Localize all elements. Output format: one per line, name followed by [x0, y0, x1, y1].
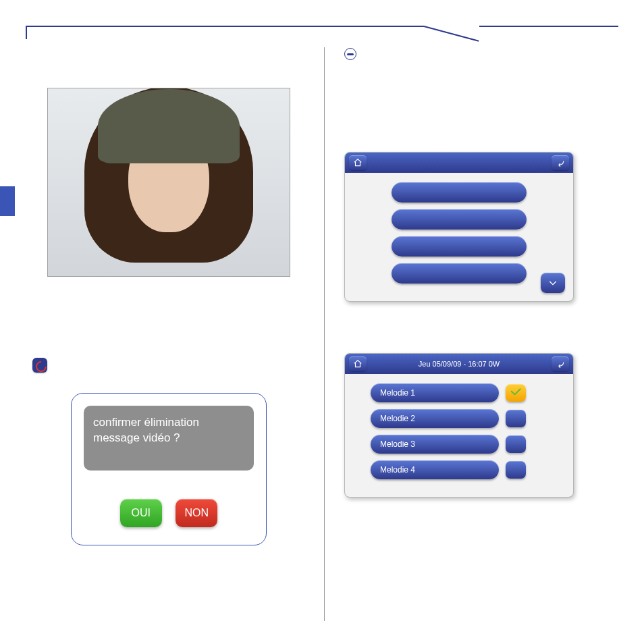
melody-2-button[interactable]: Melodie 2 [371, 409, 499, 428]
confirm-yes-button[interactable]: OUI [120, 499, 162, 527]
titlebar-screen1 [345, 153, 573, 173]
melody-row-4: Melodie 4 [371, 460, 565, 479]
scroll-down-button[interactable] [541, 273, 565, 293]
page-frame-diagonal [424, 26, 479, 42]
melody-row-3: Melodie 3 [371, 435, 565, 454]
titlebar-screen2: Jeu 05/09/09 - 16:07 0W [345, 354, 573, 374]
bell-config-icon [344, 48, 356, 60]
home-button[interactable] [349, 155, 367, 170]
page-frame-top-left [26, 26, 424, 27]
confirm-dialog-line1: confirmer élimination [93, 415, 244, 431]
titlebar-text-2: Jeu 05/09/09 - 16:07 0W [419, 360, 500, 368]
confirm-dialog-message: confirmer élimination message vidéo ? [84, 406, 254, 471]
menu-row-3[interactable] [392, 236, 527, 257]
delete-icon [32, 358, 47, 373]
melody-4-checkbox[interactable] [506, 461, 526, 479]
back-arrow-icon [556, 359, 565, 369]
page-frame-top-right [479, 26, 618, 27]
melody-3-checkbox[interactable] [506, 435, 526, 453]
melody-row-1: Melodie 1 [371, 383, 565, 402]
right-column: Jeu 05/09/09 - 16:07 0W Melodie 1 Melodi… [344, 47, 614, 498]
page-frame-left-stub [26, 26, 27, 39]
device-screen-melodies: Jeu 05/09/09 - 16:07 0W Melodie 1 Melodi… [344, 353, 574, 498]
confirm-dialog: confirmer élimination message vidéo ? OU… [71, 393, 267, 545]
menu-row-4[interactable] [392, 263, 527, 284]
back-arrow-icon [556, 158, 565, 167]
chevron-down-icon [547, 277, 558, 288]
melody-1-checkbox[interactable] [506, 384, 526, 402]
home-button-2[interactable] [349, 356, 367, 371]
melody-4-button[interactable]: Melodie 4 [371, 460, 499, 479]
device-screen-menu [344, 152, 574, 302]
confirm-no-button[interactable]: NON [176, 499, 217, 527]
back-button-2[interactable] [552, 356, 569, 371]
melody-2-checkbox[interactable] [506, 410, 526, 427]
home-icon [353, 158, 363, 167]
home-icon [353, 359, 363, 369]
menu-row-2[interactable] [392, 209, 527, 230]
video-thumbnail [47, 88, 290, 277]
melody-1-button[interactable]: Melodie 1 [371, 383, 499, 402]
melody-row-2: Melodie 2 [371, 409, 565, 428]
menu-row-1[interactable] [392, 182, 527, 203]
column-divider [324, 47, 325, 621]
left-column: confirmer élimination message vidéo ? OU… [27, 47, 311, 545]
page-side-tab [0, 186, 15, 216]
melody-3-button[interactable]: Melodie 3 [371, 435, 499, 454]
back-button[interactable] [552, 155, 569, 170]
confirm-dialog-line2: message vidéo ? [93, 431, 244, 446]
